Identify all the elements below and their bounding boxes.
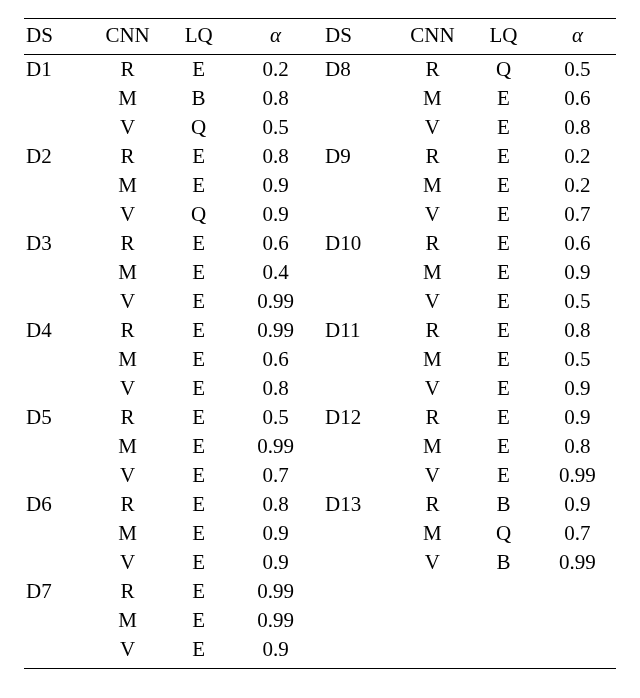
cell-lq: E — [468, 432, 539, 461]
cell-lq — [468, 606, 539, 635]
cell-cnn: V — [92, 461, 163, 490]
table-row: MB0.8ME0.6 — [24, 84, 616, 113]
cell-cnn: R — [397, 316, 468, 345]
cell-alpha: 0.8 — [539, 316, 616, 345]
cell-lq: B — [468, 490, 539, 519]
cell-alpha: 0.6 — [539, 84, 616, 113]
table-row: VE0.9VB0.99 — [24, 548, 616, 577]
cell-ds — [317, 461, 397, 490]
table-row: ME0.6ME0.5 — [24, 345, 616, 374]
cell-cnn: V — [397, 113, 468, 142]
cell-ds — [24, 258, 92, 287]
cell-ds — [317, 84, 397, 113]
table-row: ME0.9MQ0.7 — [24, 519, 616, 548]
cell-lq: E — [163, 171, 234, 200]
cell-alpha: 0.8 — [234, 142, 317, 171]
cell-lq: E — [163, 490, 234, 519]
cell-ds — [24, 171, 92, 200]
cell-alpha: 0.9 — [539, 403, 616, 432]
cell-alpha: 0.8 — [234, 84, 317, 113]
alpha-symbol: α — [270, 23, 281, 47]
col-lq-left: LQ — [163, 19, 234, 55]
cell-lq: E — [163, 55, 234, 85]
cell-ds: D3 — [24, 229, 92, 258]
cell-cnn: R — [397, 403, 468, 432]
table-row: D6RE0.8D13RB0.9 — [24, 490, 616, 519]
cell-ds — [317, 200, 397, 229]
col-cnn-left: CNN — [92, 19, 163, 55]
cell-cnn: R — [92, 577, 163, 606]
cell-alpha: 0.9 — [234, 200, 317, 229]
cell-lq: E — [163, 287, 234, 316]
cell-cnn: V — [397, 461, 468, 490]
cell-ds — [317, 606, 397, 635]
cell-ds — [317, 519, 397, 548]
cell-lq: E — [163, 519, 234, 548]
cell-lq: E — [163, 374, 234, 403]
cell-lq: E — [468, 171, 539, 200]
cell-lq: B — [163, 84, 234, 113]
cell-ds — [317, 432, 397, 461]
cell-cnn: V — [397, 200, 468, 229]
cell-lq: E — [163, 606, 234, 635]
cell-alpha — [539, 577, 616, 606]
cell-cnn: R — [397, 229, 468, 258]
cell-alpha: 0.5 — [539, 345, 616, 374]
table-body: D1RE0.2D8RQ0.5MB0.8ME0.6VQ0.5VE0.8D2RE0.… — [24, 55, 616, 669]
cell-ds — [317, 577, 397, 606]
cell-alpha: 0.99 — [234, 432, 317, 461]
table-row: VE0.99VE0.5 — [24, 287, 616, 316]
cell-cnn: V — [92, 374, 163, 403]
cell-cnn: R — [92, 229, 163, 258]
cell-ds — [24, 84, 92, 113]
cell-ds — [317, 345, 397, 374]
cell-lq: E — [163, 577, 234, 606]
cell-alpha: 0.9 — [539, 258, 616, 287]
cell-lq: E — [468, 345, 539, 374]
cell-alpha: 0.7 — [234, 461, 317, 490]
cell-lq — [468, 635, 539, 669]
cell-ds: D5 — [24, 403, 92, 432]
cell-lq: E — [468, 316, 539, 345]
cell-alpha: 0.8 — [234, 374, 317, 403]
cell-alpha: 0.9 — [234, 171, 317, 200]
cell-lq: Q — [468, 55, 539, 85]
cell-ds — [24, 432, 92, 461]
cell-ds: D1 — [24, 55, 92, 85]
cell-cnn: R — [92, 142, 163, 171]
cell-alpha: 0.9 — [539, 374, 616, 403]
cell-alpha — [539, 635, 616, 669]
table-row: D4RE0.99D11RE0.8 — [24, 316, 616, 345]
cell-ds — [317, 287, 397, 316]
table-row: D7RE0.99 — [24, 577, 616, 606]
cell-lq: E — [468, 403, 539, 432]
cell-ds: D8 — [317, 55, 397, 85]
cell-cnn: M — [397, 258, 468, 287]
cell-cnn: M — [92, 519, 163, 548]
alpha-symbol: α — [572, 23, 583, 47]
cell-alpha — [539, 606, 616, 635]
cell-ds — [24, 113, 92, 142]
cell-cnn: M — [397, 345, 468, 374]
cell-ds — [24, 606, 92, 635]
cell-lq: E — [163, 229, 234, 258]
cell-lq: E — [468, 200, 539, 229]
table-row: ME0.4ME0.9 — [24, 258, 616, 287]
cell-lq: E — [163, 403, 234, 432]
cell-alpha: 0.6 — [234, 345, 317, 374]
cell-alpha: 0.8 — [539, 432, 616, 461]
cell-alpha: 0.99 — [234, 606, 317, 635]
cell-lq: Q — [468, 519, 539, 548]
col-alpha-left: α — [234, 19, 317, 55]
cell-lq: E — [163, 432, 234, 461]
cell-cnn: R — [92, 316, 163, 345]
cell-ds: D2 — [24, 142, 92, 171]
col-ds-right: DS — [317, 19, 397, 55]
cell-ds: D10 — [317, 229, 397, 258]
cell-lq: E — [468, 113, 539, 142]
cell-ds — [24, 287, 92, 316]
cell-lq: B — [468, 548, 539, 577]
cell-lq: E — [468, 461, 539, 490]
cell-ds: D13 — [317, 490, 397, 519]
cell-cnn: V — [92, 548, 163, 577]
